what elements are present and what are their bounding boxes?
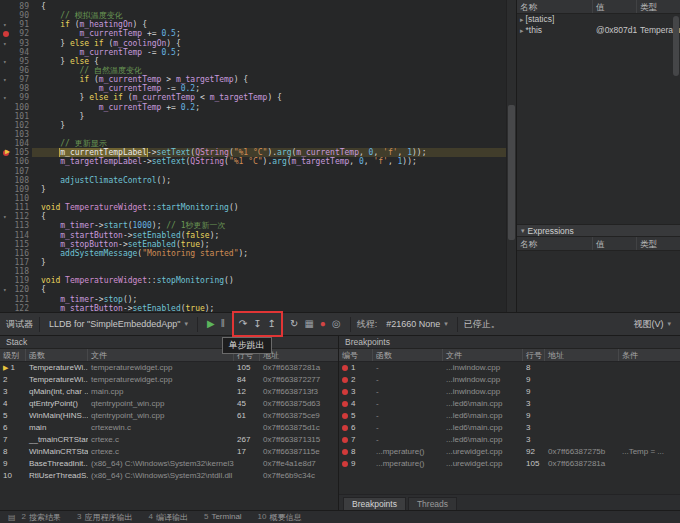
code-line-110[interactable]: 110 (0, 194, 506, 203)
locals-scrollbar[interactable] (673, 16, 679, 76)
execution-pointer-icon[interactable]: ▶ (0, 148, 13, 157)
code-line-105[interactable]: ▶105 m_currentTempLabel->setText(QString… (0, 148, 506, 157)
code-line-106[interactable]: 106 m_targetTempLabel->setText(QString("… (0, 157, 506, 166)
fold-marker-icon[interactable]: ▾ (0, 285, 13, 294)
fold-marker-icon[interactable]: ▾ (0, 57, 13, 66)
continue-icon[interactable]: ▶ (204, 314, 218, 334)
fold-marker-icon[interactable]: ▾ (0, 75, 13, 84)
stack-column-0[interactable]: 级别 (0, 349, 26, 361)
code-line-108[interactable]: 108 adjustClimateControl(); (0, 176, 506, 185)
stack-frame-row[interactable]: 8WinMainCRTSta...crtexe.c170x7ff66387115… (0, 446, 338, 458)
breakpoint-row[interactable]: 4-...led6\main.cpp3 (339, 398, 680, 410)
breakpoint-row[interactable]: 7-...led6\main.cpp3 (339, 434, 680, 446)
code-line-96[interactable]: 96 // 自然温度变化 (0, 66, 506, 75)
locals-column-2[interactable]: 类型 (637, 0, 680, 13)
tab-threads[interactable]: Threads (408, 497, 457, 510)
code-line-91[interactable]: ▾91 if (m_heatingOn) { (0, 20, 506, 29)
editor-scrollbar-thumb[interactable] (508, 105, 515, 240)
breakpoints-column-3[interactable]: 行号 (523, 349, 545, 361)
breakpoint-row[interactable]: 2-...inwindow.cpp9 (339, 374, 680, 386)
code-line-104[interactable]: 104 // 更新显示 (0, 139, 506, 148)
tab-breakpoints[interactable]: Breakpoints (343, 497, 406, 510)
fold-marker-icon[interactable]: ▾ (0, 39, 13, 48)
view-menu-button[interactable]: 视图(V) ▾ (630, 316, 674, 333)
code-line-90[interactable]: 90 // 模拟温度变化 (0, 11, 506, 20)
code-line-117[interactable]: 117} (0, 258, 506, 267)
locals-row[interactable]: ▸*this@0x807d1efb...Temperatur... (517, 25, 680, 36)
output-pane-button-2[interactable]: 2搜索结果 (22, 512, 61, 523)
breakpoints-column-1[interactable]: 函数 (373, 349, 443, 361)
code-line-107[interactable]: 107 (0, 167, 506, 176)
output-pane-button-5[interactable]: 5Terminal (204, 512, 242, 523)
stack-frame-row[interactable]: ▶1TemperatureWi...temperaturewidget.cpp1… (0, 362, 338, 374)
snapshot-icon[interactable]: ◎ (329, 314, 344, 334)
code-line-121[interactable]: 121 m_timer->stop(); (0, 295, 506, 304)
code-line-111[interactable]: 111void TemperatureWidget::startMonitori… (0, 203, 506, 212)
stack-frame-row[interactable]: 10RtlUserThreadS...(x86_64) C:\Windows\S… (0, 470, 338, 482)
breakpoint-row[interactable]: 1-...inwindow.cpp8 (339, 362, 680, 374)
code-line-89[interactable]: 89{ (0, 2, 506, 11)
code-line-112[interactable]: ▾112{ (0, 212, 506, 221)
thread-selector[interactable]: #21660 None ▾ (383, 317, 451, 331)
stack-frame-row[interactable]: 5WinMain(HINS...qtentrypoint_win.cpp610x… (0, 410, 338, 422)
output-pane-button-3[interactable]: 3应用程序输出 (77, 512, 132, 523)
code-line-100[interactable]: 100 m_currentTemp += 0.2; (0, 103, 506, 112)
code-line-115[interactable]: 115 m_stopButton->setEnabled(true); (0, 240, 506, 249)
expressions-column-1[interactable]: 值 (593, 237, 637, 250)
code-line-102[interactable]: 102 } (0, 121, 506, 130)
debug-engine-selector[interactable]: LLDB for "SimpleEmbeddedApp" ▾ (46, 317, 191, 331)
restart-icon[interactable]: ↻ (287, 314, 301, 334)
code-editor[interactable]: 89{90 // 模拟温度变化▾91 if (m_heatingOn) {92 … (0, 0, 517, 312)
step-out-icon[interactable]: ↥ (265, 314, 279, 334)
code-line-97[interactable]: ▾97 if (m_currentTemp > m_targetTemp) { (0, 75, 506, 84)
code-line-95[interactable]: ▾95 } else { (0, 57, 506, 66)
stack-column-1[interactable]: 函数 (26, 349, 88, 361)
code-line-119[interactable]: 119void TemperatureWidget::stopMonitorin… (0, 276, 506, 285)
output-pane-button-4[interactable]: 4编译输出 (148, 512, 187, 523)
stack-frame-row[interactable]: 4qtEntryPoint()qtentrypoint_win.cpp450x7… (0, 398, 338, 410)
breakpoints-column-4[interactable]: 地址 (545, 349, 619, 361)
step-into-icon[interactable]: ↧ (250, 314, 264, 334)
code-line-93[interactable]: ▾93 } else if (m_coolingOn) { (0, 39, 506, 48)
breakpoints-column-0[interactable]: 编号 (339, 349, 373, 361)
output-pane-button-10[interactable]: 10概要信息 (258, 512, 302, 523)
code-line-92[interactable]: 92 m_currentTemp += 0.5; (0, 29, 506, 38)
code-line-120[interactable]: ▾120{ (0, 285, 506, 294)
fold-marker-icon[interactable]: ▾ (0, 212, 13, 221)
fold-marker-icon[interactable]: ▾ (0, 93, 13, 102)
expand-icon[interactable]: ▸ (520, 14, 524, 25)
interrupt-icon[interactable]: ‖ (218, 314, 228, 334)
expand-icon[interactable]: ▸ (520, 25, 524, 36)
expressions-column-0[interactable]: 名称 (517, 237, 593, 250)
stack-frame-row[interactable]: 6maincrtexewin.c0x7ff663875d1c (0, 422, 338, 434)
code-line-122[interactable]: 122 m_startButton->setEnabled(true); (0, 304, 506, 312)
record-icon[interactable]: ● (317, 314, 329, 334)
code-line-98[interactable]: 98 m_currentTemp -= 0.2; (0, 84, 506, 93)
expressions-section-header[interactable]: ▾ Expressions (517, 224, 680, 237)
fold-marker-icon[interactable]: ▾ (0, 20, 13, 29)
breakpoint-row[interactable]: 3-...inwindow.cpp9 (339, 386, 680, 398)
breakpoint-row[interactable]: 9...mperature()...urewidget.cpp1050x7ff6… (339, 458, 680, 470)
stack-frame-row[interactable]: 3qMain(int, char ...main.cpp120x7ff66387… (0, 386, 338, 398)
code-line-114[interactable]: 114 m_startButton->setEnabled(false); (0, 231, 506, 240)
code-line-103[interactable]: 103 (0, 130, 506, 139)
breakpoint-row[interactable]: 5-...led6\main.cpp9 (339, 410, 680, 422)
breakpoints-column-5[interactable]: 条件 (619, 349, 680, 361)
expressions-empty-area[interactable] (517, 251, 680, 312)
code-line-109[interactable]: 109} (0, 185, 506, 194)
locals-column-0[interactable]: 名称 (517, 0, 593, 13)
locals-row[interactable]: ▸[statics] (517, 14, 680, 25)
breakpoint-marker-icon[interactable] (0, 29, 13, 38)
breakpoint-row[interactable]: 8...mperature()...urewidget.cpp920x7ff66… (339, 446, 680, 458)
code-line-99[interactable]: ▾99 } else if (m_currentTemp < m_targetT… (0, 93, 506, 102)
stack-frame-row[interactable]: 9BaseThreadInit...(x86_64) C:\Windows\Sy… (0, 458, 338, 470)
instruction-step-icon[interactable]: ▦ (301, 314, 316, 334)
code-line-116[interactable]: 116 addSystemMessage("Monitoring started… (0, 249, 506, 258)
expressions-column-2[interactable]: 类型 (637, 237, 680, 250)
code-line-101[interactable]: 101 } (0, 112, 506, 121)
code-line-113[interactable]: 113 m_timer->start(1000); // 1秒更新一次 (0, 221, 506, 230)
editor-scrollbar[interactable] (506, 0, 516, 312)
stack-column-2[interactable]: 文件 (88, 349, 234, 361)
breakpoint-row[interactable]: 6-...led6\main.cpp3 (339, 422, 680, 434)
locals-column-1[interactable]: 值 (593, 0, 637, 13)
